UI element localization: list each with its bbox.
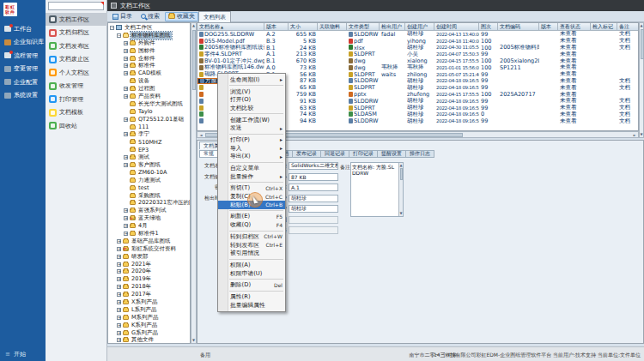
tree-node[interactable]: +企标件 <box>108 55 190 63</box>
column-header-size[interactable]: 大小 <box>289 23 318 31</box>
table-row[interactable]: 零件4.SLDPRTA.1213 KBSLDPRT小吴2021-04-07 15… <box>197 51 638 57</box>
nav-item-system-settings[interactable]: 系统设置 <box>0 89 46 102</box>
detail-tab-打印记录[interactable]: 打印记录 <box>349 150 378 158</box>
context-menu-item[interactable]: 导出(X)▸ <box>218 153 285 161</box>
context-menu-item[interactable]: 批量编辑属性 <box>218 301 285 310</box>
context-menu-item[interactable]: 刷新(E)F5 <box>218 213 285 221</box>
tree-node[interactable]: +其他文件 <box>108 337 190 344</box>
tree-expander-icon[interactable]: + <box>117 239 121 244</box>
column-header-view[interactable]: 查看状态 <box>558 23 591 31</box>
scroll-down-icon[interactable]: ▼ <box>399 211 403 216</box>
column-header-out_user[interactable]: 检出用户 <box>380 23 405 31</box>
sidebar-item-doc-archive[interactable]: 文档归档区 <box>46 27 107 39</box>
tree-node[interactable]: −标准物料库图纸 <box>108 32 190 39</box>
context-menu-item[interactable]: 删除(D)Del <box>218 280 285 289</box>
detail-tab-提醒设置[interactable]: 提醒设置 <box>378 150 406 158</box>
detail-tab-常规[interactable]: 常规 <box>199 150 218 158</box>
nav-item-process-mgmt[interactable]: 流程管理 <box>0 49 46 62</box>
tree-node[interactable]: EP3 <box>108 146 190 153</box>
context-menu-item[interactable]: 打印(P)▸ <box>218 135 285 144</box>
tree-node[interactable]: 20220321宏冲压的图纸 <box>108 199 190 207</box>
tree-expander-icon[interactable]: + <box>124 224 128 228</box>
tree-expander-icon[interactable]: + <box>124 94 128 99</box>
context-menu-item[interactable]: 剪切(T)Ctrl+X <box>218 184 285 193</box>
tree-node[interactable]: 510MHZ <box>108 138 190 146</box>
context-menu-item[interactable]: 浏览(V) <box>218 87 285 96</box>
sidebar-item-personal-docs[interactable]: 个人文档区 <box>46 66 107 79</box>
tree-node[interactable]: +G系列产品 <box>108 329 190 337</box>
detail-tab-回退记录[interactable]: 回退记录 <box>321 150 349 158</box>
tree-node[interactable]: +基础产品库图纸 <box>108 238 190 245</box>
context-menu-item[interactable]: 导入▸ <box>218 144 285 153</box>
tree-expander-icon[interactable]: + <box>117 308 121 312</box>
scroll-down-icon[interactable]: ▼ <box>191 338 196 343</box>
context-menu-item[interactable]: 转到归档区Ctrl+W <box>218 232 285 241</box>
tree-node[interactable]: +标准件 <box>108 62 190 69</box>
context-menu-item[interactable]: 转到发布区Ctrl+E <box>218 241 285 250</box>
column-header-name[interactable]: 文档名称▲ <box>197 23 264 31</box>
field-规格[interactable] <box>289 226 338 234</box>
context-menu-item[interactable]: 文档比较 <box>218 104 285 112</box>
table-row[interactable]: DOG255.SLDDRWA.2655 KBSLDDRWfadal胡桂珍2022… <box>197 31 638 38</box>
tree-expander-icon[interactable]: + <box>117 300 121 304</box>
tree-node[interactable]: +国标件 <box>108 47 190 55</box>
tab-document-list[interactable]: 文档列表 <box>198 11 231 22</box>
tree-node[interactable]: +2018年 <box>108 283 190 291</box>
column-header-ver[interactable]: 版本 <box>264 23 289 31</box>
tree-node[interactable]: +2021年 <box>108 261 190 268</box>
column-header-seq[interactable]: 图次 <box>479 23 498 31</box>
tree-node[interactable]: 采购图纸 <box>108 192 190 200</box>
tree-expander-icon[interactable]: + <box>124 71 128 75</box>
tree-expander-icon[interactable]: + <box>117 247 121 251</box>
tree-expander-icon[interactable]: − <box>110 26 114 30</box>
tree-node[interactable]: 设备 <box>108 77 190 85</box>
tree-node[interactable]: 111 <box>108 123 190 131</box>
tree-expander-icon[interactable]: + <box>117 316 121 320</box>
tree-node[interactable]: +外购件 <box>108 39 190 47</box>
tree-node[interactable]: 长光华大测试图纸 <box>108 100 190 108</box>
tree-node[interactable]: +2019年 <box>108 275 190 283</box>
table-row[interactable]: 标准物料库图纸146.dwgA.073 KBdwg韦秋捧韦秋捧2021-01-0… <box>197 64 638 71</box>
tree-node[interactable]: +蓝天绿地 <box>108 214 190 222</box>
tree-node[interactable]: ZM60-10A <box>108 169 190 177</box>
context-menu-item[interactable]: 生命周期(I)▸ <box>218 75 285 84</box>
tree-expander-icon[interactable]: + <box>117 277 121 281</box>
detail-tab-操作日志[interactable]: 操作日志 <box>406 150 434 158</box>
tree-expander-icon[interactable]: + <box>117 255 121 259</box>
context-menu-item[interactable]: 被引用情况 <box>218 249 285 257</box>
tree-expander-icon[interactable]: + <box>124 208 128 213</box>
column-header-cr_user[interactable]: 创建用户 <box>405 23 434 31</box>
sidebar-item-send-receive-mgmt[interactable]: 收发管理 <box>46 80 107 93</box>
tree-node[interactable]: +研发部 <box>108 253 190 261</box>
nav-item-knowledge-base[interactable]: 企业知识库 <box>0 36 46 49</box>
tree-expander-icon[interactable]: + <box>124 87 128 91</box>
tree-expander-icon[interactable]: + <box>117 262 121 267</box>
context-menu-item[interactable]: 权限(A) <box>218 261 285 269</box>
tree-node[interactable]: 力通测试 <box>108 177 190 184</box>
column-header-type[interactable]: 文件类型 <box>347 23 380 31</box>
column-header-mat[interactable]: 关联物料 <box>318 23 347 31</box>
sidebar-item-recycle-bin[interactable]: 回收站 <box>46 119 107 132</box>
column-header-code[interactable]: 文档编码 <box>498 23 539 31</box>
table-vertical-scrollbar[interactable]: ▲ ▼ <box>639 22 644 138</box>
tree-node[interactable]: +彩虹系统交付资料 <box>108 245 190 253</box>
tree-node[interactable]: +测试 <box>108 153 190 161</box>
tree-node[interactable]: +2017年 <box>108 291 190 298</box>
tree-expander-icon[interactable]: + <box>124 163 128 167</box>
search-button[interactable]: 搜索 <box>137 12 163 21</box>
tree-expander-icon[interactable]: + <box>124 216 128 220</box>
column-header-time[interactable]: 创建时间 <box>434 23 479 31</box>
context-menu-item[interactable]: 创建工作流(W) <box>218 116 285 124</box>
scroll-left-icon[interactable]: ◄ <box>197 133 204 137</box>
tree-scrollbar[interactable]: ▲ ▼ <box>191 22 197 344</box>
sidebar-item-doc-workspace[interactable]: 文档工作区 <box>46 13 107 26</box>
field-文档分类[interactable]: SolidWorks二维文档▼ <box>289 162 338 170</box>
tree-expander-icon[interactable]: + <box>117 331 121 335</box>
field-创建时间[interactable] <box>289 216 338 224</box>
tree-expander-icon[interactable]: + <box>117 323 121 328</box>
tree-expander-icon[interactable]: + <box>124 132 128 136</box>
tree-node[interactable]: +客户图纸 <box>108 161 190 169</box>
sidebar-item-doc-publish[interactable]: 文档发布区 <box>46 39 107 52</box>
context-menu-item[interactable]: 权限申请(U) <box>218 269 285 278</box>
detail-tab-发布记录[interactable]: 发布记录 <box>293 150 321 158</box>
